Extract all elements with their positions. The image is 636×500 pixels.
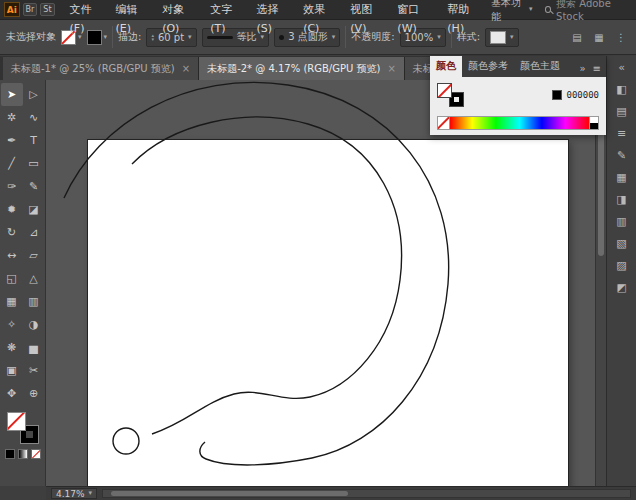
- stock-search-field[interactable]: 搜索 Adobe Stock: [545, 0, 632, 22]
- tool-scale[interactable]: ⊿: [23, 221, 45, 244]
- dock-panel-icon[interactable]: ◧: [612, 81, 632, 98]
- tool-slice[interactable]: ✂: [23, 359, 45, 382]
- tool-eyedropper[interactable]: ✧: [1, 313, 23, 336]
- artwork-circle[interactable]: [113, 428, 139, 454]
- menu-item-view[interactable]: 视图(V): [343, 0, 390, 20]
- tab-color-themes[interactable]: 颜色主题: [514, 56, 566, 77]
- menu-item-help[interactable]: 帮助(H): [440, 0, 488, 20]
- menu-items: 文件(F) 编辑(E) 对象(O) 文字(T) 选择(S) 效果(C) 视图(V…: [63, 0, 488, 20]
- tool-zoom[interactable]: ⊕: [23, 382, 45, 405]
- tool-pen[interactable]: ✒: [1, 129, 23, 152]
- fill-none-swatch[interactable]: [7, 412, 26, 431]
- style-dropdown[interactable]: ▾: [485, 28, 519, 47]
- chevron-down-icon: ▾: [510, 34, 514, 41]
- menu-item-select[interactable]: 选择(S): [250, 0, 297, 20]
- tab-color-guide[interactable]: 颜色参考: [462, 56, 514, 77]
- horizontal-scrollbar-thumb[interactable]: [111, 491, 348, 496]
- align-panel-icon[interactable]: ▦: [590, 29, 608, 45]
- none-button[interactable]: [31, 449, 41, 459]
- menu-item-edit[interactable]: 编辑(E): [109, 0, 156, 20]
- dock-panel-icon[interactable]: ▤: [612, 103, 632, 120]
- dock-panel-icon[interactable]: ◨: [612, 191, 632, 208]
- close-icon[interactable]: ×: [387, 63, 395, 74]
- chevron-down-icon: ▾: [188, 34, 192, 41]
- collapse-dock-icon[interactable]: «: [612, 59, 632, 76]
- panel-fill-stroke-indicator[interactable]: [437, 83, 464, 107]
- tool-width[interactable]: ↔: [1, 244, 23, 267]
- panel-fill-none-swatch[interactable]: [437, 83, 452, 98]
- tool-mesh[interactable]: ▦: [1, 290, 23, 313]
- none-swatch[interactable]: [438, 117, 450, 129]
- tool-line-segment[interactable]: ╱: [1, 152, 23, 175]
- menu-item-window[interactable]: 窗口(W): [390, 0, 440, 20]
- tool-direct-selection[interactable]: ▷: [23, 83, 45, 106]
- tool-perspective-grid[interactable]: △: [23, 267, 45, 290]
- tool-column-graph[interactable]: ▅: [23, 336, 45, 359]
- tool-blob-brush[interactable]: ✹: [1, 198, 23, 221]
- menu-item-file[interactable]: 文件(F): [63, 0, 109, 20]
- menu-item-effect[interactable]: 效果(C): [296, 0, 343, 20]
- tool-paintbrush[interactable]: ✑: [1, 175, 23, 198]
- panel-menu-icon[interactable]: ≡: [588, 63, 606, 77]
- app-logo-icon[interactable]: Ai: [4, 2, 20, 17]
- tool-rotate[interactable]: ↻: [1, 221, 23, 244]
- hex-readout: 000000: [552, 90, 599, 100]
- tool-eraser[interactable]: ◪: [23, 198, 45, 221]
- color-button[interactable]: [5, 449, 15, 459]
- tab-color[interactable]: 颜色: [430, 56, 462, 77]
- dock-panel-icon[interactable]: ◩: [612, 279, 632, 296]
- stepper-icon[interactable]: ▴ ▾: [151, 33, 154, 41]
- dock-panel-icon[interactable]: ✎: [612, 147, 632, 164]
- tool-pencil[interactable]: ✎: [23, 175, 45, 198]
- workspace-label: 基本功能: [491, 0, 526, 24]
- tool-selection[interactable]: ➤: [1, 83, 23, 106]
- stroke-color-control[interactable]: ▾: [87, 30, 108, 45]
- black-white-swatches[interactable]: [589, 117, 598, 129]
- panel-overflow-icon[interactable]: »: [577, 63, 587, 77]
- document-tab-2-active[interactable]: 未标题-2* @ 4.17% (RGB/GPU 预览) ×: [199, 57, 405, 80]
- color-mode-buttons: [5, 449, 41, 459]
- tool-shape-builder[interactable]: ◱: [1, 267, 23, 290]
- illustrator-window: Ai Br St 文件(F) 编辑(E) 对象(O) 文字(T) 选择(S) 效…: [0, 0, 636, 500]
- bridge-icon[interactable]: Br: [23, 3, 38, 16]
- workspace-switcher[interactable]: 基本功能 ▾: [491, 0, 533, 24]
- close-icon[interactable]: ×: [182, 63, 190, 74]
- menu-item-type[interactable]: 文字(T): [203, 0, 249, 20]
- color-spectrum-bar[interactable]: [437, 116, 599, 130]
- stroke-profile-value[interactable]: 等比: [237, 30, 257, 44]
- dock-panel-icon[interactable]: ≡: [612, 125, 632, 142]
- zoom-level-dropdown[interactable]: 4.17% ▾: [51, 488, 97, 499]
- stroke-black-swatch[interactable]: [87, 30, 102, 45]
- tool-hand[interactable]: ✥: [1, 382, 23, 405]
- artwork-outer-curve[interactable]: [64, 82, 449, 465]
- dock-panel-icon[interactable]: ▨: [612, 257, 632, 274]
- tool-magic-wand[interactable]: ✲: [1, 106, 23, 129]
- tool-rectangle[interactable]: ▭: [23, 152, 45, 175]
- dock-panel-icon[interactable]: ▧: [612, 235, 632, 252]
- tool-gradient[interactable]: ▥: [23, 290, 45, 313]
- more-options-icon[interactable]: ⋮: [612, 29, 630, 45]
- tool-artboard[interactable]: ▣: [1, 359, 23, 382]
- hex-value[interactable]: 000000: [566, 90, 599, 100]
- dock-panel-icon[interactable]: ▦: [612, 169, 632, 186]
- tool-free-transform[interactable]: ▱: [23, 244, 45, 267]
- tab-label: 未标题-1* @ 25% (RGB/GPU 预览): [11, 62, 175, 76]
- document-setup-icon[interactable]: ▤: [568, 29, 586, 45]
- tool-type[interactable]: T: [23, 129, 45, 152]
- artwork-inner-curve[interactable]: [132, 117, 402, 434]
- spectrum-gradient[interactable]: [450, 117, 589, 129]
- tool-symbol-sprayer[interactable]: ❋: [1, 336, 23, 359]
- stock-icon[interactable]: St: [40, 3, 54, 16]
- stepper-down-icon[interactable]: ▾: [151, 37, 154, 41]
- horizontal-scrollbar[interactable]: [102, 489, 631, 498]
- document-tab-1[interactable]: 未标题-1* @ 25% (RGB/GPU 预览) ×: [3, 57, 199, 80]
- dock-panel-icon[interactable]: ▥: [612, 213, 632, 230]
- canvas-area[interactable]: [46, 80, 606, 486]
- gradient-button[interactable]: [18, 449, 28, 459]
- fill-stroke-widget[interactable]: [7, 412, 39, 444]
- menubar-right: 基本功能 ▾ 搜索 Adobe Stock: [491, 0, 632, 24]
- menu-item-object[interactable]: 对象(O): [155, 0, 203, 20]
- tool-lasso[interactable]: ∿: [23, 106, 45, 129]
- vertical-scrollbar[interactable]: [595, 80, 606, 486]
- tool-blend[interactable]: ◑: [23, 313, 45, 336]
